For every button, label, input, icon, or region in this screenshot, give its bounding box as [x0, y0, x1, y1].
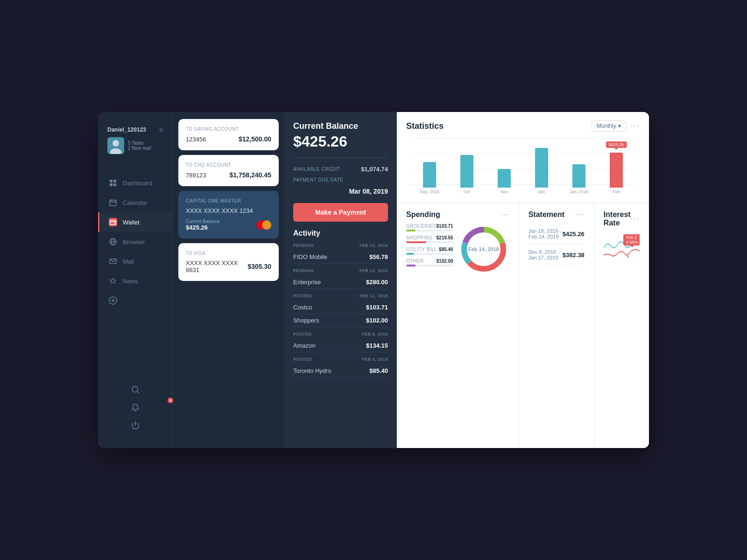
- wallet-icon: [109, 218, 117, 226]
- svg-rect-6: [113, 183, 116, 186]
- interest-chart: Feb 2 0.95%: [604, 232, 640, 265]
- spending-utility: UTILITY BILL $85.40: [406, 247, 453, 255]
- sidebar-item-label-dashboard: Dashboard: [123, 180, 153, 187]
- browser-icon: [109, 238, 117, 246]
- activity-item-amazon: Amazon $134.15: [293, 339, 388, 352]
- svg-rect-3: [110, 180, 113, 182]
- spending-content: GROCERIES $103.71 SHOPPING $219.55: [406, 224, 509, 441]
- activity-date-3: Feb 8, 2019: [362, 332, 388, 336]
- spending-bars: GROCERIES $103.71 SHOPPING $219.55: [406, 224, 453, 441]
- activity-group-1: PENDING Feb 12, 2019 Enterprise $280.00: [293, 268, 388, 289]
- add-icon: [109, 296, 117, 305]
- svg-line-21: [137, 392, 139, 393]
- profile-tasks: 5 Tasks: [128, 140, 151, 146]
- spending-title: Spending: [406, 210, 440, 219]
- donut-center-text: Feb 14, 2019: [468, 246, 499, 252]
- sidebar-item-calendar[interactable]: Calendar: [98, 193, 172, 212]
- capital-one-current-balance: $425.26: [186, 224, 219, 231]
- bar-oct: Oct: [448, 138, 486, 194]
- activity-group-2: POSTED Feb 12, 2019 Costco $103.71 Shopp…: [293, 294, 388, 327]
- bar-jan: Jan, 2019: [560, 138, 598, 194]
- right-panel: Statistics Monthly ▾ ···: [397, 112, 649, 448]
- sidebar-item-label-wallet: Wallet: [123, 219, 140, 226]
- sidebar-item-label-news: News: [123, 278, 138, 285]
- main-balance-panel: Current Balance $425.26 AVAILABLE CREDIT…: [285, 112, 397, 448]
- bar-chart: Sep, 2018 Oct Nov Dec Jan, 2019: [406, 138, 640, 194]
- capital-one-current-label: Current Balance: [186, 219, 219, 224]
- calendar-icon: [109, 198, 117, 207]
- td-chq-label: TD CHQ ACCOUNT: [186, 162, 271, 168]
- make-payment-button[interactable]: Make a Payment: [293, 203, 388, 222]
- svg-rect-7: [110, 200, 116, 206]
- account-card-td-chq[interactable]: TD CHQ ACCOUNT 789123 $1,758,240.45: [178, 155, 279, 186]
- avatar: [107, 137, 124, 154]
- mastercard-logo: [256, 220, 271, 230]
- activity-status-4: POSTED: [293, 357, 312, 362]
- notification-button[interactable]: 4: [98, 399, 172, 416]
- spending-section: Spending ··· GROCERIES $103.71: [397, 203, 519, 448]
- activity-status-0: PENDING: [293, 243, 314, 248]
- td-chq-number: 789123: [186, 172, 206, 179]
- account-card-capital-one[interactable]: CAPITAL ONE MASTER XXXX XXXX XXXX 1234 C…: [178, 191, 279, 238]
- sidebar-item-mail[interactable]: Mail: [98, 252, 172, 271]
- hamburger-icon[interactable]: ≡: [159, 126, 163, 133]
- donut-chart: Feb 14, 2019: [458, 224, 509, 275]
- td-saving-label: TD SAVING ACCOUNT: [186, 126, 271, 132]
- td-visa-label: TD VISA: [186, 251, 271, 256]
- statement-section: Statement ··· Jan 18, 2019 - Feb 14, 201…: [519, 203, 594, 448]
- activity-group-4: POSTED Feb 4, 2019 Toronto Hydro $85.40: [293, 357, 388, 378]
- statement-row-1: Dec 8, 2018 - Jan 17, 2019 $382.38: [529, 245, 585, 266]
- statistics-title: Statistics: [406, 121, 444, 131]
- svg-point-27: [627, 253, 628, 257]
- activity-date-2: Feb 12, 2019: [359, 294, 388, 298]
- bar-tooltip: $425.26: [606, 141, 627, 148]
- td-saving-number: 123456: [186, 136, 206, 143]
- svg-rect-5: [110, 183, 113, 186]
- activity-item-fido: FIDO Mobile $56.78: [293, 251, 388, 264]
- dashboard-icon: [109, 179, 117, 187]
- sidebar-item-label-calendar: Calendar: [123, 199, 148, 206]
- td-visa-balance: $305.30: [247, 263, 271, 270]
- spending-more-button[interactable]: ···: [500, 210, 509, 219]
- activity-list: PENDING Feb 14, 2019 FIDO Mobile $56.78 …: [293, 243, 388, 382]
- bar-dec: Dec: [523, 138, 560, 194]
- interest-section: Interest Rate ··· Feb 2 0.95%: [594, 203, 649, 448]
- capital-one-number: XXXX XXXX XXXX 1234: [186, 207, 253, 214]
- sidebar-add-button[interactable]: [98, 291, 172, 310]
- activity-date-0: Feb 14, 2019: [359, 243, 388, 248]
- sidebar-item-browser[interactable]: Browser: [98, 232, 172, 252]
- td-chq-balance: $1,758,240.45: [229, 171, 271, 179]
- profile-mail: 2 New mail: [128, 146, 151, 151]
- interest-tooltip: Feb 2 0.95%: [623, 234, 640, 245]
- spending-shopping: SHOPPING $219.55: [406, 235, 453, 243]
- statistics-more-button[interactable]: ···: [631, 122, 640, 130]
- app-container: Daniel_120123 ≡ 5 Tasks 2 New mail: [98, 112, 649, 448]
- sidebar-profile: Daniel_120123 ≡ 5 Tasks 2 New mail: [98, 121, 172, 164]
- news-icon: [109, 277, 117, 285]
- sidebar-item-dashboard[interactable]: Dashboard: [98, 173, 172, 193]
- account-card-td-saving[interactable]: TD SAVING ACCOUNT 123456 $12,500.00: [178, 119, 279, 150]
- sidebar-nav: Dashboard Calendar: [98, 168, 172, 376]
- activity-date-4: Feb 4, 2019: [362, 357, 388, 362]
- svg-rect-12: [114, 222, 115, 223]
- sidebar-item-wallet[interactable]: Wallet: [98, 212, 172, 232]
- account-card-td-visa[interactable]: TD VISA XXXX XXXX XXXX 8631 $305.30: [178, 243, 279, 281]
- svg-point-20: [132, 386, 138, 392]
- chevron-down-icon: ▾: [618, 123, 621, 129]
- sidebar-item-news[interactable]: News: [98, 271, 172, 291]
- activity-group-3: POSTED Feb 8, 2019 Amazon $134.15: [293, 332, 388, 352]
- power-button[interactable]: [98, 416, 172, 434]
- svg-point-1: [113, 140, 119, 147]
- statement-more-button[interactable]: ···: [576, 210, 585, 219]
- statement-row-0: Jan 18, 2019 - Feb 14, 2019 $425.26: [529, 224, 585, 245]
- bottom-panels: Spending ··· GROCERIES $103.71: [397, 203, 649, 448]
- activity-item-toronto-hydro: Toronto Hydro $85.40: [293, 364, 388, 378]
- svg-rect-4: [113, 180, 116, 182]
- search-button[interactable]: [98, 381, 172, 399]
- interest-more-button[interactable]: ···: [631, 215, 640, 223]
- current-balance-title: Current Balance: [293, 121, 388, 131]
- sidebar: Daniel_120123 ≡ 5 Tasks 2 New mail: [98, 112, 173, 448]
- monthly-select[interactable]: Monthly ▾: [592, 120, 626, 132]
- sidebar-item-label-browser: Browser: [123, 238, 145, 245]
- capital-one-label: CAPITAL ONE MASTER: [186, 198, 271, 203]
